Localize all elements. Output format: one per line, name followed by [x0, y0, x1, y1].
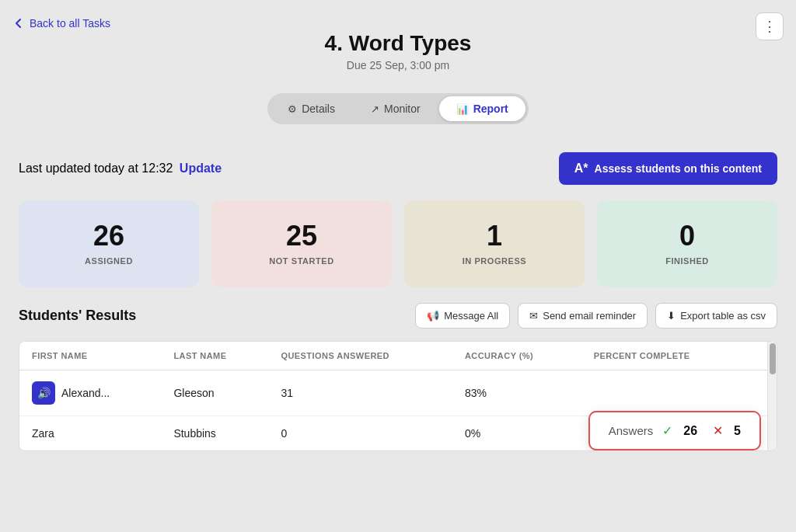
first-name-2: Zara: [32, 427, 54, 440]
check-icon: ✓: [662, 423, 672, 438]
col-questions-answered: QUESTIONS ANSWERED: [268, 342, 452, 370]
x-icon: ✕: [713, 423, 723, 438]
scrollbar[interactable]: [767, 342, 777, 450]
update-bar: Last updated today at 12:32 Update A* As…: [0, 152, 796, 185]
assess-label: Assess students on this content: [595, 162, 762, 175]
results-actions: 📢 Message All ✉ Send email reminder ⬇ Ex…: [415, 303, 777, 329]
speaker-icon: 🔊: [37, 387, 51, 399]
last-updated-text: Last updated today at 12:32 Update: [19, 162, 222, 176]
stat-in-progress: 1 IN PROGRESS: [404, 200, 585, 287]
tab-report[interactable]: 📊 Report: [439, 96, 525, 121]
tab-details[interactable]: ⚙ Details: [271, 96, 352, 121]
col-percent-complete: PERCENT COMPLETE: [581, 342, 777, 370]
results-section: Students' Results 📢 Message All ✉ Send e…: [0, 303, 796, 451]
send-email-button[interactable]: ✉ Send email reminder: [518, 303, 648, 329]
cell-last-name-2: Stubbins: [161, 416, 268, 451]
megaphone-icon: 📢: [427, 310, 439, 322]
gear-icon: ⚙: [288, 103, 297, 115]
tab-report-label: Report: [473, 103, 508, 115]
answers-tooltip: Answers ✓ 26 ✕ 5: [588, 411, 761, 450]
stat-finished-number: 0: [609, 222, 765, 250]
tab-details-label: Details: [302, 103, 335, 115]
update-text-static: Last updated today at 12:32: [19, 162, 173, 175]
student-cell-1: 🔊 Alexand...: [32, 381, 148, 405]
cell-first-name-2: Zara: [19, 416, 161, 451]
update-link[interactable]: Update: [180, 162, 222, 175]
report-icon: 📊: [456, 103, 469, 115]
correct-count: 26: [683, 424, 697, 438]
cell-questions-2: 0: [268, 416, 452, 451]
export-csv-label: Export table as csv: [680, 310, 766, 322]
table-header-row: FIRST NAME LAST NAME QUESTIONS ANSWERED …: [19, 342, 777, 370]
email-icon: ✉: [529, 310, 538, 322]
export-csv-button[interactable]: ⬇ Export table as csv: [655, 303, 777, 329]
page-subtitle: Due 25 Sep, 3:00 pm: [0, 59, 796, 71]
answers-label: Answers: [609, 424, 654, 437]
results-table: FIRST NAME LAST NAME QUESTIONS ANSWERED …: [19, 342, 777, 450]
cell-accuracy-2: 0%: [452, 416, 581, 451]
stat-finished: 0 FINISHED: [597, 200, 777, 287]
results-table-wrapper: FIRST NAME LAST NAME QUESTIONS ANSWERED …: [19, 341, 777, 451]
send-email-label: Send email reminder: [543, 310, 636, 322]
stat-not-started: 25 NOT STARTED: [211, 200, 392, 287]
stat-in-progress-number: 1: [417, 222, 572, 250]
col-first-name: FIRST NAME: [19, 342, 161, 370]
cell-first-name-1: 🔊 Alexand...: [19, 370, 161, 416]
arrow-left-icon: [12, 17, 25, 30]
monitor-icon: ↗: [371, 103, 379, 115]
tab-group: ⚙ Details ↗ Monitor 📊 Report: [267, 93, 529, 124]
col-accuracy: ACCURACY (%): [452, 342, 581, 370]
scroll-thumb: [770, 343, 776, 374]
results-title: Students' Results: [19, 308, 136, 324]
tab-monitor-label: Monitor: [384, 103, 421, 115]
col-last-name: LAST NAME: [161, 342, 268, 370]
stat-assigned: 26 ASSIGNED: [19, 200, 199, 287]
assess-icon: A*: [574, 162, 588, 176]
cell-questions-1: 31: [268, 370, 452, 416]
stat-not-started-label: NOT STARTED: [224, 256, 379, 266]
stat-assigned-label: ASSIGNED: [31, 256, 187, 266]
cell-percent-1: Answers ✓ 26 ✕ 5: [581, 370, 777, 416]
student-cell-2: Zara: [32, 427, 148, 440]
message-all-button[interactable]: 📢 Message All: [415, 303, 510, 329]
first-name-1: Alexand...: [61, 387, 110, 399]
stat-finished-label: FINISHED: [609, 256, 765, 266]
page-title-area: 4. Word Types Due 25 Sep, 3:00 pm: [0, 0, 796, 71]
more-options-button[interactable]: ⋮: [756, 12, 784, 40]
results-header: Students' Results 📢 Message All ✉ Send e…: [19, 303, 777, 329]
page-title: 4. Word Types: [0, 31, 796, 56]
avatar: 🔊: [32, 381, 55, 405]
stat-assigned-number: 26: [31, 222, 187, 250]
table-row: 🔊 Alexand... Gleeson 31 83% Answers ✓: [19, 370, 777, 416]
back-label: Back to all Tasks: [30, 17, 110, 30]
message-all-label: Message All: [444, 310, 498, 322]
wrong-count: 5: [734, 424, 741, 438]
assess-button[interactable]: A* Assess students on this content: [559, 152, 777, 185]
stats-row: 26 ASSIGNED 25 NOT STARTED 1 IN PROGRESS…: [0, 185, 796, 303]
cell-last-name-1: Gleeson: [161, 370, 268, 416]
stat-not-started-number: 25: [224, 222, 379, 250]
cell-accuracy-1: 83%: [452, 370, 581, 416]
more-icon: ⋮: [763, 18, 777, 35]
back-to-tasks-link[interactable]: Back to all Tasks: [12, 17, 110, 30]
tabs-container: ⚙ Details ↗ Monitor 📊 Report: [0, 93, 796, 124]
stat-in-progress-label: IN PROGRESS: [417, 256, 572, 266]
tab-monitor[interactable]: ↗ Monitor: [354, 96, 438, 121]
download-icon: ⬇: [667, 310, 676, 322]
